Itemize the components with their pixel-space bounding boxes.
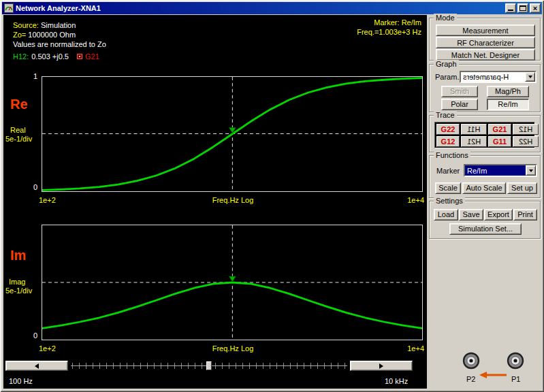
trace-h22-label: H22 bbox=[519, 137, 532, 146]
trace-h21-label: H21 bbox=[467, 137, 481, 146]
dropdown-arrow-icon[interactable] bbox=[525, 72, 535, 82]
graph-group-label: Graph bbox=[434, 60, 459, 68]
trace-h11-label: H11 bbox=[467, 125, 480, 134]
re-curve-canvas[interactable] bbox=[42, 77, 422, 191]
scroll-max-freq-label: 10 kHz bbox=[385, 377, 408, 385]
marker-dropdown[interactable]: Re/Im bbox=[464, 164, 537, 177]
source-value: Simulation bbox=[41, 21, 76, 29]
close-button[interactable]: × bbox=[530, 3, 541, 13]
mode-group-label: Mode bbox=[434, 14, 457, 22]
maximize-icon bbox=[519, 5, 526, 11]
port-p2-connector-icon bbox=[462, 352, 480, 370]
im-scale-label: 5e-1/div bbox=[5, 287, 32, 295]
port-p1-label: P1 bbox=[511, 375, 520, 383]
im-plot-title: Im bbox=[10, 248, 26, 263]
re-plot bbox=[42, 76, 423, 192]
trace-group: Trace G22 H11 G21 H12 G12 H21 G11 H22 bbox=[429, 115, 541, 152]
port-p2-label: P2 bbox=[466, 375, 475, 383]
client-area: Source: Simulation Zo= 1000000 Ohm Value… bbox=[2, 14, 542, 390]
trace-h12-label: H12 bbox=[519, 125, 532, 134]
param-label: Param. bbox=[435, 73, 459, 81]
normalized-note: Values are normalized to Zo bbox=[13, 40, 106, 48]
display-area: Source: Simulation Zo= 1000000 Ohm Value… bbox=[3, 15, 427, 389]
trace-h11-button[interactable]: H11 bbox=[461, 124, 487, 135]
re-x-axis: 1e+2 Freq.Hz Log 1e+4 bbox=[42, 196, 424, 206]
load-button[interactable]: Load bbox=[434, 209, 458, 220]
im-plot bbox=[42, 225, 423, 340]
re-x-axis-title: Freq.Hz Log bbox=[42, 196, 424, 204]
print-button[interactable]: Print bbox=[513, 209, 537, 220]
trace-panel: G22 H11 G21 H12 G12 H21 G11 H22 bbox=[434, 122, 535, 148]
active-trace-label: G21 bbox=[85, 52, 99, 61]
reading-label: H12: bbox=[13, 52, 29, 61]
polar-button[interactable]: Polar bbox=[441, 99, 478, 110]
dropdown-arrow-icon[interactable] bbox=[526, 165, 536, 176]
marker-frequency-label: Freq.=1.003e+3 Hz bbox=[357, 28, 421, 36]
save-button[interactable]: Save bbox=[459, 209, 483, 220]
window-controls: × bbox=[505, 3, 541, 13]
im-x-axis: 1e+2 Freq.Hz Log 1e+4 bbox=[42, 344, 424, 354]
frequency-scrollbar-track[interactable] bbox=[71, 361, 347, 371]
mode-group: Mode Measurement RF Characterizer Match … bbox=[429, 18, 541, 61]
right-arrow-icon bbox=[379, 363, 383, 369]
re-y-max-label: 1 bbox=[28, 72, 37, 80]
zo-line: Zo= 1000000 Ohm bbox=[13, 31, 76, 39]
functions-group-label: Functions bbox=[434, 151, 470, 159]
re-y-min-label: 0 bbox=[28, 183, 37, 191]
trace-g12-button[interactable]: G12 bbox=[436, 136, 460, 147]
smith-button: Smith bbox=[441, 86, 478, 97]
re-im-button[interactable]: Re/Im bbox=[487, 99, 529, 110]
functions-group: Functions Marker Re/Im Scale Auto Scale … bbox=[429, 155, 541, 198]
trace-h21-button[interactable]: H21 bbox=[461, 136, 487, 147]
rf-characterizer-button[interactable]: RF Characterizer bbox=[436, 37, 535, 48]
scroll-min-freq-label: 100 Hz bbox=[9, 377, 33, 385]
im-x-max-label: 1e+4 bbox=[407, 344, 424, 353]
close-icon: × bbox=[530, 4, 540, 12]
port-direction-arrow-icon bbox=[479, 371, 508, 379]
zo-label: Zo= bbox=[13, 31, 26, 39]
graph-group: Graph Param. H-parameters Smith Mag/Ph P… bbox=[429, 64, 541, 112]
auto-scale-button[interactable]: Auto Scale bbox=[462, 182, 506, 194]
trace-g11-button[interactable]: G11 bbox=[488, 136, 511, 147]
triangle-down-icon bbox=[528, 76, 532, 78]
trace-h12-button[interactable]: H12 bbox=[513, 124, 539, 135]
scale-button[interactable]: Scale bbox=[435, 182, 461, 194]
left-arrow-icon bbox=[35, 363, 39, 369]
window-icon[interactable] bbox=[4, 3, 14, 13]
source-line: Source: Simulation bbox=[13, 21, 76, 29]
scrollbar-thumb[interactable] bbox=[206, 361, 212, 370]
param-dropdown[interactable]: H-parameters bbox=[460, 71, 537, 83]
minimize-button[interactable] bbox=[505, 3, 516, 13]
match-net-designer-button[interactable]: Match Net. Designer bbox=[436, 49, 535, 61]
im-y-min-label: 0 bbox=[28, 331, 37, 340]
re-scale-label: 5e-1/div bbox=[5, 135, 32, 143]
re-x-max-label: 1e+4 bbox=[407, 196, 424, 204]
im-curve-canvas[interactable] bbox=[42, 225, 422, 340]
network-analyzer-window: Network Analyzer-XNA1 × Source: Simulati… bbox=[0, 0, 544, 392]
re-unit-label: Real bbox=[10, 126, 26, 134]
simulation-set-button[interactable]: Simulation Set... bbox=[449, 223, 522, 235]
marker-dropdown-value: Re/Im bbox=[467, 167, 487, 175]
measurement-button[interactable]: Measurement bbox=[436, 24, 535, 36]
trace-g22-button[interactable]: G22 bbox=[436, 124, 460, 135]
export-button[interactable]: Export bbox=[484, 209, 513, 220]
source-label: Source: bbox=[13, 21, 39, 29]
re-plot-title: Re bbox=[10, 97, 28, 112]
trace-g21-button[interactable]: G21 bbox=[488, 124, 511, 135]
reading-value: 0.503 +j0.5 bbox=[31, 52, 69, 61]
triangle-down-icon bbox=[529, 169, 533, 172]
minimize-icon bbox=[508, 10, 513, 11]
mag-ph-button[interactable]: Mag/Ph bbox=[487, 86, 529, 97]
trace-group-label: Trace bbox=[434, 111, 457, 119]
maximize-button[interactable] bbox=[517, 3, 528, 13]
im-x-axis-title: Freq.Hz Log bbox=[42, 344, 424, 353]
scroll-right-button[interactable] bbox=[350, 361, 413, 371]
scroll-left-button[interactable] bbox=[5, 361, 68, 371]
zo-value: 1000000 Ohm bbox=[28, 31, 76, 39]
settings-group-label: Settings bbox=[434, 197, 465, 205]
im-unit-label: Imag bbox=[9, 278, 25, 286]
window-title: Network Analyzer-XNA1 bbox=[16, 4, 101, 12]
titlebar[interactable]: Network Analyzer-XNA1 × bbox=[2, 2, 542, 14]
set-up-button[interactable]: Set up bbox=[507, 182, 537, 194]
trace-h22-button[interactable]: H22 bbox=[513, 136, 539, 147]
